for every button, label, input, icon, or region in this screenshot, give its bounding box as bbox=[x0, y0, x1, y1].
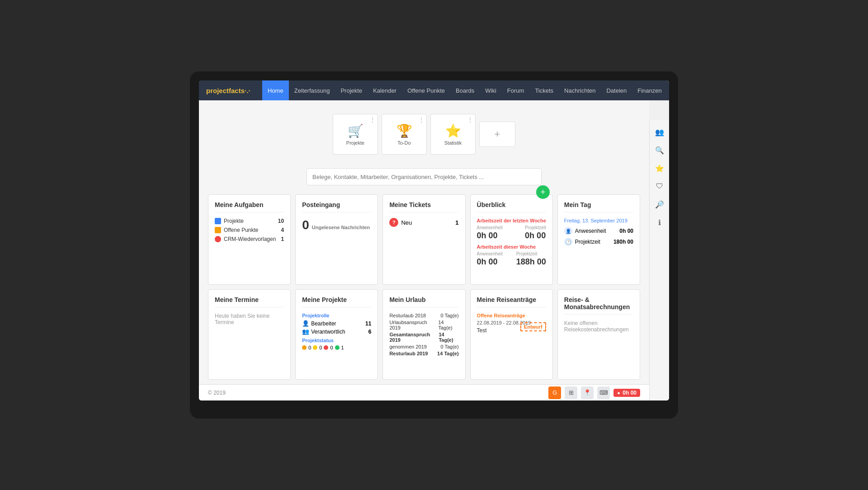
aufgaben-offene-icon bbox=[215, 227, 221, 233]
urlaub-val-2: 14 Tag(e) bbox=[439, 332, 458, 343]
urlaub-val-1: 14 Tag(e) bbox=[438, 320, 458, 330]
status-count-green: 1 bbox=[341, 345, 344, 350]
footer-btn-grid[interactable]: ⊞ bbox=[565, 386, 577, 399]
bearbeiter-icon: 👤 bbox=[302, 320, 309, 327]
aufgaben-row-crm[interactable]: CRM-Wiedervorlagen 1 bbox=[215, 236, 284, 242]
statistik-icon: ⭐ bbox=[445, 123, 461, 138]
uberblick-tw-anwesenheit-sub: Anwesenheit bbox=[477, 251, 503, 256]
nav-dateien[interactable]: Dateien bbox=[601, 80, 632, 100]
urlaub-row-3: genommen 2019 0 Tag(e) bbox=[389, 344, 458, 349]
sidebar-users-icon[interactable]: 👥 bbox=[651, 124, 668, 140]
footer-btn-orange[interactable]: G bbox=[548, 386, 561, 399]
aufgaben-row-projekte[interactable]: Projekte 10 bbox=[215, 218, 284, 224]
projekte-icon: 🛒 bbox=[348, 123, 363, 138]
nav-forum[interactable]: Forum bbox=[502, 80, 530, 100]
widget-mein-urlaub: Mein Urlaub Resturlaub 2018 0 Tag(e) Url… bbox=[382, 289, 465, 380]
inbox-sublabel: Ungelesene Nachrichten bbox=[312, 225, 370, 230]
add-tile-button[interactable]: + bbox=[479, 122, 515, 147]
footer-btn-keyboard[interactable]: ⌨ bbox=[597, 386, 610, 399]
widget-posteingang-title: Posteingang bbox=[302, 201, 371, 212]
status-count-yellow: 0 bbox=[319, 345, 322, 350]
aufgaben-row-offene[interactable]: Offene Punkte 4 bbox=[215, 227, 284, 233]
footer-btn-location[interactable]: 📍 bbox=[581, 386, 594, 399]
widget-mein-tag: Mein Tag Freitag, 13. September 2019 👤 A… bbox=[557, 194, 640, 285]
meintag-projektzeit-icon: 🕐 bbox=[564, 238, 572, 246]
urlaub-row-2: Gesamtanspruch 2019 14 Tag(e) bbox=[389, 332, 458, 343]
tile-statistik[interactable]: ⋮ ⭐ Statistik bbox=[430, 114, 476, 155]
urlaub-label-2: Gesamtanspruch 2019 bbox=[389, 332, 439, 343]
sidebar-zoom-icon[interactable]: 🔎 bbox=[651, 196, 668, 212]
uberblick-tw-anwesenheit-val: 0h 00 bbox=[477, 257, 503, 267]
widget-grid-bottom: Meine Termine Heute haben Sie keine Term… bbox=[199, 289, 649, 384]
nav-wiki[interactable]: Wiki bbox=[480, 80, 502, 100]
footer-time[interactable]: ● 0h 00 bbox=[613, 389, 640, 397]
status-dot-green bbox=[335, 345, 340, 350]
proj-bearbeiter-row[interactable]: 👤 Bearbeiter 11 bbox=[302, 320, 371, 327]
tile-todo[interactable]: ⋮ 🏆 To-Do bbox=[382, 114, 427, 155]
inbox-count: 0 Ungelesene Nachrichten bbox=[302, 218, 371, 232]
reise-offene-label: Offene Reiseanträge bbox=[477, 313, 546, 318]
nav-boards[interactable]: Boards bbox=[450, 80, 480, 100]
top-navigation: projectfacts·.· Home Zeiterfassung Proje… bbox=[199, 80, 669, 100]
reisemonat-empty: Keine offenen Reisekostenabrechnungen bbox=[564, 320, 633, 333]
right-sidebar: 👥 🔍 ⭐ 🛡 🔎 ℹ bbox=[649, 120, 669, 400]
bearbeiter-count: 11 bbox=[365, 320, 371, 327]
urlaub-label-1: Urlaubsanspruch 2019 bbox=[389, 320, 438, 330]
nav-offenepunkte[interactable]: Offene Punkte bbox=[402, 80, 450, 100]
ticket-neu-label: Neu bbox=[401, 219, 412, 226]
nav-kalender[interactable]: Kalender bbox=[368, 80, 402, 100]
sidebar-info-icon[interactable]: ℹ bbox=[651, 214, 668, 231]
search-input[interactable] bbox=[312, 174, 536, 180]
tile-statistik-label: Statistik bbox=[444, 140, 462, 146]
urlaub-row-4: Resturlaub 2019 14 Tag(e) bbox=[389, 351, 458, 356]
nav-nachrichten[interactable]: Nachrichten bbox=[559, 80, 601, 100]
status-dot-orange bbox=[302, 345, 307, 350]
nav-projekte[interactable]: Projekte bbox=[335, 80, 368, 100]
urlaub-val-4: 14 Tag(e) bbox=[437, 351, 458, 356]
widget-meine-aufgaben: Meine Aufgaben Projekte 10 Offene Punkte… bbox=[208, 194, 291, 285]
widget-reiseantraege: Meine Reiseanträge Offene Reiseanträge 2… bbox=[470, 289, 553, 380]
widget-tickets-title: Meine Tickets bbox=[389, 201, 458, 212]
logo-dots: ·.· bbox=[245, 87, 250, 94]
uberblick-tw-projektzeit-val: 188h 00 bbox=[516, 257, 546, 267]
tile-todo-menu[interactable]: ⋮ bbox=[418, 116, 425, 123]
widget-reise-title: Meine Reiseanträge bbox=[477, 296, 546, 307]
nav-hr[interactable]: HR bbox=[667, 80, 669, 100]
proj-verantwortlich-row[interactable]: 👥 Verantwortlich 6 bbox=[302, 328, 371, 335]
aufgaben-projekte-count: 10 bbox=[278, 218, 284, 224]
search-bar bbox=[307, 168, 542, 185]
widget-grid-top: Meine Aufgaben Projekte 10 Offene Punkte… bbox=[199, 194, 649, 289]
nav-finanzen[interactable]: Finanzen bbox=[632, 80, 667, 100]
tile-statistik-menu[interactable]: ⋮ bbox=[467, 116, 473, 123]
status-count-orange: 0 bbox=[308, 345, 311, 350]
tile-projekte[interactable]: ⋮ 🛒 Projekte bbox=[333, 114, 378, 155]
verantwortlich-icon: 👥 bbox=[302, 328, 309, 335]
aufgaben-projekte-icon bbox=[215, 218, 221, 224]
nav-home[interactable]: Home bbox=[262, 80, 289, 100]
widget-meine-projekte: Meine Projekte Projektrolle 👤 Bearbeiter… bbox=[295, 289, 378, 380]
status-dot-red bbox=[324, 345, 328, 350]
todo-icon: 🏆 bbox=[396, 123, 412, 138]
uberblick-lastweek: Arbeitszeit der letzten Woche Anwesenhei… bbox=[477, 218, 546, 240]
uberblick-tw-projektzeit-sub: Projektzeit bbox=[516, 251, 546, 256]
tile-projekte-label: Projekte bbox=[346, 140, 364, 146]
meintag-date: Freitag, 13. September 2019 bbox=[564, 218, 633, 223]
footer-copyright: © 2019 bbox=[208, 390, 226, 396]
uberblick-thisweek-label: Arbeitszeit dieser Woche bbox=[477, 244, 546, 250]
nav-tickets[interactable]: Tickets bbox=[529, 80, 559, 100]
sidebar-search-icon[interactable]: 🔍 bbox=[651, 142, 668, 158]
urlaub-label-4: Resturlaub 2019 bbox=[389, 351, 428, 356]
proj-status-label: Projektstatus bbox=[302, 338, 371, 343]
search-add-button[interactable]: + bbox=[536, 185, 550, 199]
widget-uberblick-title: Überblick bbox=[477, 201, 546, 212]
proj-rolle-label: Projektrolle bbox=[302, 313, 371, 318]
verantwortlich-count: 6 bbox=[368, 329, 372, 335]
sidebar-shield-icon[interactable]: 🛡 bbox=[651, 178, 668, 194]
sidebar-star-icon[interactable]: ⭐ bbox=[651, 160, 668, 176]
search-container: + bbox=[307, 168, 542, 185]
ticket-row-neu[interactable]: ? Neu 1 bbox=[389, 218, 458, 227]
nav-zeiterfassung[interactable]: Zeiterfassung bbox=[289, 80, 335, 100]
meintag-projektzeit-row: 🕐 Projektzeit 180h 00 bbox=[564, 238, 633, 246]
tile-projekte-menu[interactable]: ⋮ bbox=[369, 116, 376, 123]
logo[interactable]: projectfacts·.· bbox=[199, 80, 262, 100]
